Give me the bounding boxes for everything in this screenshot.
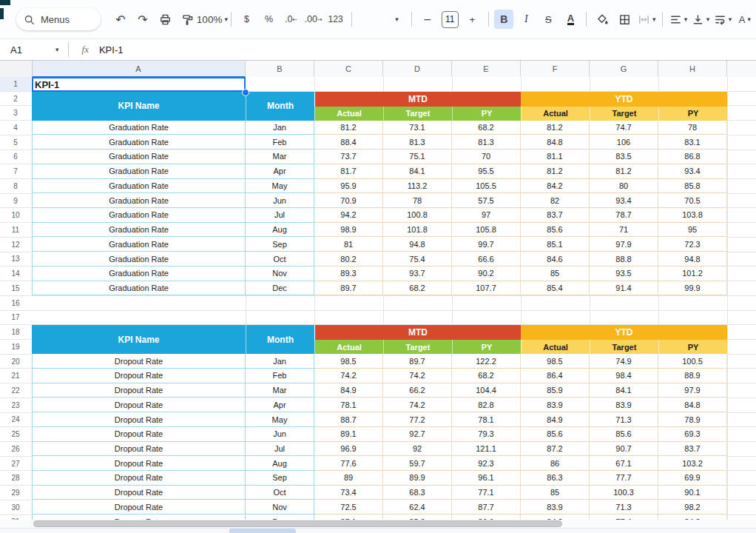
fill-color-button[interactable]: [593, 10, 612, 29]
value-cell[interactable]: 93.4: [590, 193, 658, 208]
value-cell[interactable]: 78: [658, 121, 727, 135]
column-header-a[interactable]: A: [32, 61, 246, 78]
value-cell[interactable]: 97.9: [590, 237, 658, 252]
value-cell[interactable]: 96.1: [452, 471, 521, 486]
value-cell[interactable]: 72.3: [658, 237, 727, 252]
value-cell[interactable]: 85.6: [521, 223, 590, 238]
month-cell[interactable]: Oct: [246, 252, 314, 266]
value-cell[interactable]: 83.9: [590, 398, 658, 412]
kpi-name-cell[interactable]: Dropout Rate: [32, 456, 246, 471]
more-formats-button[interactable]: 123: [326, 10, 345, 29]
value-cell[interactable]: 81.3: [383, 135, 452, 150]
value-cell[interactable]: 83.7: [658, 442, 727, 457]
month-cell[interactable]: Jul: [246, 208, 314, 223]
row-header-11[interactable]: 11: [0, 223, 31, 238]
row-header-18[interactable]: 18: [0, 325, 31, 340]
value-cell[interactable]: 84.6: [521, 252, 590, 266]
value-cell[interactable]: 81.2: [521, 121, 590, 135]
value-cell[interactable]: 92.3: [452, 456, 521, 471]
value-cell[interactable]: 80.2: [314, 252, 383, 266]
value-cell[interactable]: 73.7: [314, 150, 383, 164]
kpi-name-cell[interactable]: Dropout Rate: [32, 427, 246, 442]
value-cell[interactable]: 74.2: [383, 398, 452, 412]
value-cell[interactable]: 85.1: [521, 237, 590, 252]
value-cell[interactable]: 84.9: [521, 412, 590, 427]
value-cell[interactable]: 83.9: [521, 500, 590, 514]
value-cell[interactable]: 93.4: [658, 164, 727, 179]
value-cell[interactable]: 69.9: [658, 471, 727, 486]
row-header-7[interactable]: 7: [0, 164, 31, 179]
formula-input[interactable]: KPI-1: [99, 44, 124, 56]
font-size-input[interactable]: 11: [442, 11, 459, 28]
text-rotation-button[interactable]: A ▾: [735, 10, 755, 29]
value-cell[interactable]: 78: [383, 193, 452, 208]
month-cell[interactable]: Oct: [246, 486, 314, 500]
month-cell[interactable]: Mar: [246, 383, 314, 398]
ytd-py-header[interactable]: PY: [658, 107, 727, 121]
value-cell[interactable]: 81.2: [590, 164, 658, 179]
month-cell[interactable]: Nov: [246, 500, 314, 514]
value-cell[interactable]: 86.4: [521, 369, 590, 383]
column-header-f[interactable]: F: [521, 61, 590, 76]
value-cell[interactable]: 73.4: [314, 486, 383, 500]
value-cell[interactable]: 89.3: [314, 266, 383, 281]
value-cell[interactable]: 96.9: [314, 442, 383, 457]
mtd-target-header[interactable]: Target: [383, 340, 452, 354]
value-cell[interactable]: 94.8: [658, 252, 727, 266]
row-header-16[interactable]: 16: [0, 296, 31, 311]
value-cell[interactable]: 72.5: [314, 500, 383, 514]
row-header-30[interactable]: 30: [0, 500, 31, 515]
value-cell[interactable]: 79.3: [452, 427, 521, 442]
column-header-c[interactable]: C: [314, 61, 383, 76]
mtd-actual-header[interactable]: Actual: [314, 107, 383, 121]
month-cell[interactable]: May: [246, 412, 314, 427]
row-header-14[interactable]: 14: [0, 266, 31, 281]
value-cell[interactable]: 98.5: [314, 354, 383, 369]
value-cell[interactable]: 89.7: [314, 281, 383, 296]
value-cell[interactable]: 84.1: [590, 383, 658, 398]
value-cell[interactable]: 88.9: [658, 369, 727, 383]
mtd-actual-header[interactable]: Actual: [314, 340, 383, 354]
column-header-g[interactable]: G: [590, 61, 658, 76]
value-cell[interactable]: 75.1: [383, 150, 452, 164]
value-cell[interactable]: 84.8: [521, 135, 590, 150]
print-button[interactable]: [155, 10, 175, 29]
value-cell[interactable]: 82.8: [452, 398, 521, 412]
value-cell[interactable]: 77.1: [452, 486, 521, 500]
value-cell[interactable]: 83.7: [521, 208, 590, 223]
value-cell[interactable]: 68.2: [452, 121, 521, 135]
mtd-target-header[interactable]: Target: [383, 107, 452, 121]
month-cell[interactable]: Sep: [246, 471, 314, 486]
value-cell[interactable]: 88.8: [590, 252, 658, 266]
month-header[interactable]: Month: [246, 92, 314, 121]
column-header-b[interactable]: B: [246, 61, 314, 76]
value-cell[interactable]: 71.3: [590, 412, 658, 427]
increase-decimal-button[interactable]: .00→: [304, 10, 323, 29]
month-cell[interactable]: Sep: [246, 237, 314, 252]
value-cell[interactable]: 95: [658, 223, 727, 238]
kpi-name-header[interactable]: KPI Name: [32, 92, 246, 121]
ytd-target-header[interactable]: Target: [590, 107, 658, 121]
value-cell[interactable]: 78.1: [452, 412, 521, 427]
value-cell[interactable]: 99.7: [452, 237, 521, 252]
value-cell[interactable]: 84.8: [658, 398, 727, 412]
mtd-header[interactable]: MTD: [314, 325, 521, 340]
value-cell[interactable]: 62.4: [383, 500, 452, 514]
ytd-py-header[interactable]: PY: [658, 340, 727, 354]
row-header-5[interactable]: 5: [0, 135, 31, 150]
value-cell[interactable]: 90.7: [590, 442, 658, 457]
redo-button[interactable]: ↷: [133, 10, 152, 29]
month-cell[interactable]: May: [246, 179, 314, 194]
kpi-name-cell[interactable]: Dropout Rate: [32, 442, 246, 457]
decrease-font-size-button[interactable]: −: [418, 10, 437, 29]
value-cell[interactable]: 100.8: [383, 208, 452, 223]
value-cell[interactable]: 83.5: [590, 150, 658, 164]
kpi-name-cell[interactable]: Graduation Rate: [32, 121, 246, 135]
value-cell[interactable]: 57.5: [452, 193, 521, 208]
value-cell[interactable]: 75.4: [383, 252, 452, 266]
value-cell[interactable]: 88.7: [314, 412, 383, 427]
value-cell[interactable]: 74.2: [314, 369, 383, 383]
bold-button[interactable]: B: [494, 10, 513, 29]
row-header-4[interactable]: 4: [0, 121, 31, 135]
increase-font-size-button[interactable]: +: [463, 10, 482, 29]
